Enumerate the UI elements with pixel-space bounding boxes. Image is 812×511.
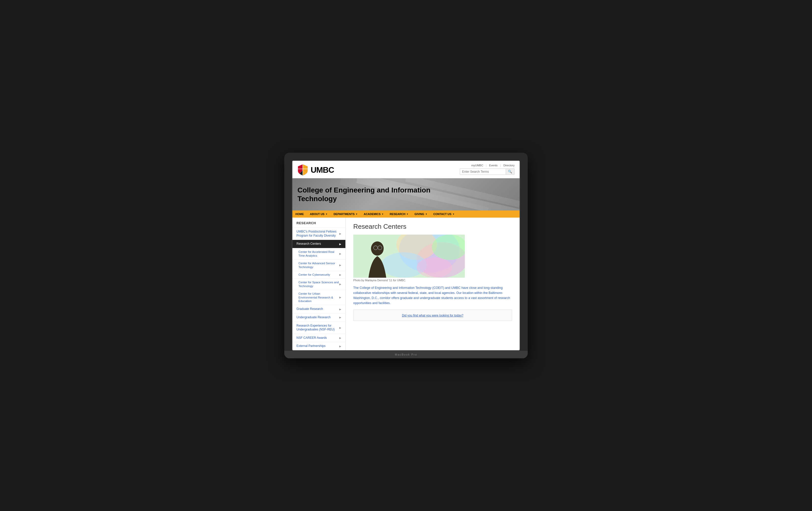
sidebar-item-external-partnerships-label: External Partnerships — [296, 344, 326, 348]
sidebar-subitem-space-sciences-arrow-icon: ▶ — [339, 283, 341, 286]
sidebar-section-title: RESEARCH — [292, 218, 345, 227]
research-image — [353, 234, 465, 278]
nav-departments[interactable]: DEPARTMENTS ▼ — [330, 210, 360, 218]
separator-1: | — [486, 164, 487, 167]
laptop-base: MacBook Pro — [284, 351, 528, 358]
sidebar-subitem-cybersecurity[interactable]: Center for Cybersecurity ▶ — [292, 271, 345, 279]
sidebar-item-undergraduate-arrow-icon: ▶ — [339, 316, 341, 319]
logo-area: UMBC — [297, 164, 334, 176]
research-image-container: Photo by Marlayna Demond '11 for UMBC. — [353, 234, 512, 282]
search-input[interactable] — [460, 169, 506, 174]
feedback-box: Did you find what you were looking for t… — [353, 310, 512, 321]
sidebar-item-nsf-career-arrow-icon: ▶ — [339, 336, 341, 340]
sidebar-item-research-centers-arrow-icon: ▶ — [339, 243, 341, 246]
nav-home[interactable]: HOME — [292, 210, 307, 218]
nav-about-us-label: ABOUT US — [310, 212, 324, 216]
nav-research-label: RESEARCH — [390, 212, 405, 216]
nav-departments-arrow-icon: ▼ — [355, 213, 357, 215]
laptop-screen: UMBC myUMBC | Events | Directory 🔍 — [292, 160, 520, 351]
nav-contact-us-arrow-icon: ▼ — [453, 213, 455, 215]
sidebar: RESEARCH UMBC's Postdoctoral Fellows Pro… — [292, 218, 346, 350]
site-header: UMBC myUMBC | Events | Directory 🔍 — [292, 161, 520, 178]
main-content: Research Centers — [346, 218, 520, 350]
sidebar-subitem-carta-label: Center for Accelerated Real Time Analyti… — [298, 250, 339, 258]
sidebar-item-nsf-reu-label: Research Experiences for Undergraduates … — [296, 324, 339, 332]
sidebar-subitem-cast-label: Center for Advanced Sensor Technology — [298, 261, 339, 269]
sidebar-subitem-cybersecurity-arrow-icon: ▶ — [339, 273, 341, 277]
sidebar-item-external-partnerships-arrow-icon: ▶ — [339, 345, 341, 348]
sidebar-subitem-carta-arrow-icon: ▶ — [339, 252, 341, 255]
sidebar-item-nsf-reu-arrow-icon: ▶ — [339, 326, 341, 330]
sidebar-subitem-cure[interactable]: Center for Urban Environmental Research … — [292, 290, 345, 305]
search-button[interactable]: 🔍 — [506, 169, 514, 174]
main-navigation: HOME ABOUT US ▼ DEPARTMENTS ▼ ACADEMICS … — [292, 210, 520, 218]
sidebar-item-research-centers-label: Research Centers — [296, 242, 321, 246]
umbc-shield-icon — [297, 164, 308, 176]
hero-banner: College of Engineering and Information T… — [292, 178, 520, 210]
nav-research[interactable]: RESEARCH ▼ — [387, 210, 412, 218]
nav-research-arrow-icon: ▼ — [407, 213, 409, 215]
nav-academics-label: ACADEMICS — [364, 212, 381, 216]
sidebar-item-research-centers[interactable]: Research Centers ▶ — [292, 240, 345, 248]
feedback-link[interactable]: Did you find what you were looking for t… — [402, 314, 463, 317]
sidebar-item-postdoctoral-label: UMBC's Postdoctoral Fellows Program for … — [296, 230, 339, 237]
svg-point-11 — [417, 257, 452, 278]
sidebar-item-graduate-arrow-icon: ▶ — [339, 308, 341, 311]
umbc-logo-text: UMBC — [311, 165, 334, 175]
sidebar-item-undergraduate[interactable]: Undergraduate Research ▶ — [292, 313, 345, 321]
laptop-brand-label: MacBook Pro — [395, 353, 417, 356]
header-right: myUMBC | Events | Directory 🔍 — [460, 164, 515, 175]
nav-academics[interactable]: ACADEMICS ▼ — [360, 210, 387, 218]
research-image-svg — [353, 234, 465, 278]
content-area: RESEARCH UMBC's Postdoctoral Fellows Pro… — [292, 218, 520, 350]
sidebar-subitem-cast[interactable]: Center for Advanced Sensor Technology ▶ — [292, 259, 345, 271]
sidebar-item-undergraduate-label: Undergraduate Research — [296, 315, 331, 319]
my-umbc-link[interactable]: myUMBC — [471, 164, 483, 167]
nav-academics-arrow-icon: ▼ — [382, 213, 384, 215]
sidebar-subitem-cast-arrow-icon: ▶ — [339, 263, 341, 267]
sidebar-item-postdoctoral-arrow-icon: ▶ — [339, 232, 341, 235]
sidebar-subitem-cure-arrow-icon: ▶ — [339, 296, 341, 299]
nav-giving[interactable]: GIVING ▼ — [411, 210, 430, 218]
sidebar-item-graduate-label: Graduate Research — [296, 307, 323, 311]
sidebar-subitem-cure-label: Center for Urban Environmental Research … — [298, 292, 339, 303]
sidebar-item-external-partnerships[interactable]: External Partnerships ▶ — [292, 342, 345, 350]
image-caption: Photo by Marlayna Demond '11 for UMBC. — [353, 279, 512, 282]
directory-link[interactable]: Directory — [503, 164, 515, 167]
sidebar-subitem-carta[interactable]: Center for Accelerated Real Time Analyti… — [292, 248, 345, 259]
events-link[interactable]: Events — [489, 164, 497, 167]
nav-contact-us-label: CONTACT US — [433, 212, 452, 216]
sidebar-subitem-space-sciences-label: Center for Space Sciences and Technology — [298, 281, 339, 288]
hero-title: College of Engineering and Information T… — [297, 186, 450, 203]
search-bar: 🔍 — [460, 168, 515, 175]
page-title: Research Centers — [353, 223, 512, 230]
sidebar-item-nsf-career-label: NSF CAREER Awards — [296, 336, 327, 340]
laptop-frame: UMBC myUMBC | Events | Directory 🔍 — [284, 153, 528, 358]
sidebar-subitem-cybersecurity-label: Center for Cybersecurity — [298, 273, 330, 277]
sidebar-item-postdoctoral[interactable]: UMBC's Postdoctoral Fellows Program for … — [292, 227, 345, 240]
sidebar-item-nsf-reu[interactable]: Research Experiences for Undergraduates … — [292, 321, 345, 334]
nav-about-us[interactable]: ABOUT US ▼ — [307, 210, 330, 218]
separator-2: | — [500, 164, 501, 167]
nav-contact-us[interactable]: CONTACT US ▼ — [430, 210, 458, 218]
sidebar-item-nsf-career[interactable]: NSF CAREER Awards ▶ — [292, 334, 345, 342]
top-links: myUMBC | Events | Directory — [471, 164, 515, 167]
nav-about-us-arrow-icon: ▼ — [325, 213, 327, 215]
nav-departments-label: DEPARTMENTS — [334, 212, 354, 216]
nav-giving-label: GIVING — [414, 212, 424, 216]
description-text: The College of Engineering and Informati… — [353, 285, 512, 306]
sidebar-item-graduate[interactable]: Graduate Research ▶ — [292, 305, 345, 313]
nav-giving-arrow-icon: ▼ — [425, 213, 427, 215]
sidebar-subitem-space-sciences[interactable]: Center for Space Sciences and Technology… — [292, 279, 345, 290]
